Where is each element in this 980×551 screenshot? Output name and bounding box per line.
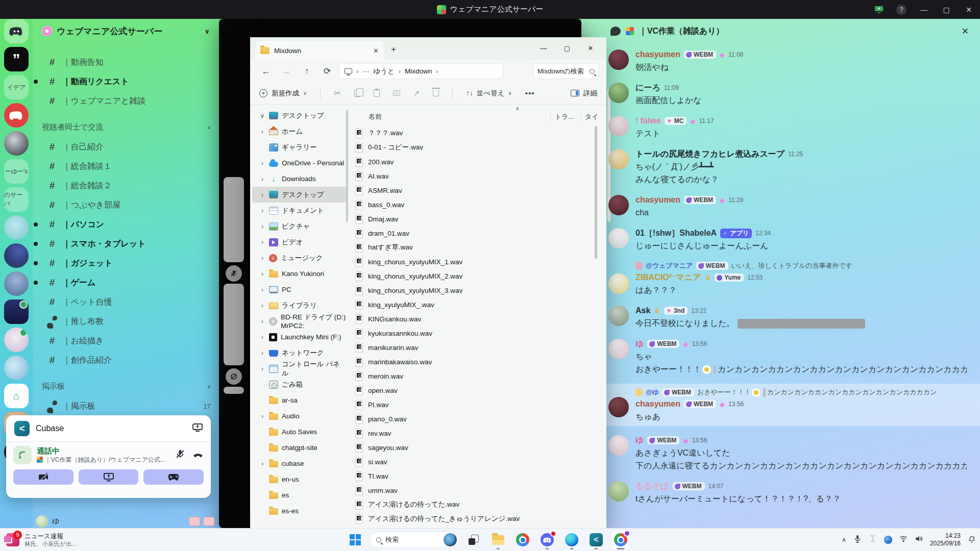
channel-item[interactable]: # ｜パソコン: [33, 215, 219, 234]
chat-message[interactable]: ゆ WEBM ◆ 13:56 あさぎょうVC違いしてた 下の人永遠に寝てるカンカ…: [608, 434, 967, 472]
server-icon[interactable]: [4, 299, 29, 324]
copy-button[interactable]: [354, 90, 360, 97]
tree-item[interactable]: chatgpt-site: [252, 440, 346, 456]
file-row[interactable]: king_chorus_xyulyuMIX_2.wav: [352, 269, 594, 283]
channel-item[interactable]: # ｜総合雑談１: [33, 157, 219, 176]
avatar[interactable]: [608, 306, 629, 326]
rename-button[interactable]: [393, 90, 400, 96]
tree-item[interactable]: › ビデオ: [252, 234, 346, 250]
close-button[interactable]: ✕: [958, 0, 980, 19]
minimize-button[interactable]: —: [913, 0, 935, 19]
chat-message[interactable]: @ゆ WEBM おきやーー！！！カンカンカンカカンカンカカンカンカンカンカカカカ…: [581, 384, 980, 426]
up-button[interactable]: ↑: [298, 66, 315, 77]
scrollbar[interactable]: [224, 177, 244, 262]
tree-item[interactable]: › ネットワーク: [252, 345, 346, 361]
chat-message[interactable]: @ウェブマニア WEBM いいえ、珍しくトラブルの当事者外です ZIBACIO²…: [608, 260, 967, 296]
chat-message[interactable]: chasyumen WEBM ◆ 11:08 朝活やね: [608, 48, 967, 73]
server-icon[interactable]: [4, 328, 29, 352]
mic-in-use-icon[interactable]: [853, 535, 862, 545]
expand-chevron-icon[interactable]: ›: [259, 413, 265, 420]
scrollbar[interactable]: [224, 387, 244, 394]
file-row[interactable]: king_xyulyuMIX_.wav: [352, 297, 594, 312]
file-row[interactable]: sageyou.wav: [352, 440, 594, 455]
message-author[interactable]: トールの尻尾焼きフカヒレ煮込みスープ: [635, 149, 785, 160]
channel-item[interactable]: # ｜総合雑談２: [33, 176, 219, 195]
tree-item[interactable]: › Launchkey Mini (F:): [252, 329, 346, 345]
avatar[interactable]: [608, 397, 629, 417]
column-track[interactable]: トラ...: [555, 112, 576, 121]
delete-button[interactable]: [433, 90, 439, 96]
breadcrumb-folder[interactable]: Mixdown: [405, 67, 432, 75]
clock[interactable]: 14:232025/09/16: [930, 532, 961, 547]
mute-button[interactable]: [226, 265, 242, 282]
avatar[interactable]: [608, 435, 629, 456]
server-icon[interactable]: [4, 215, 29, 240]
expand-chevron-icon[interactable]: ›: [259, 318, 265, 325]
screenshare-indicator-icon[interactable]: [868, 0, 890, 19]
forward-button[interactable]: →: [278, 66, 295, 77]
chat-message[interactable]: Ask ♛ 3nd 13:22 今日不登校になりました。: [608, 305, 967, 330]
file-row[interactable]: kyukurasannkou.wav: [352, 326, 594, 340]
channel-item[interactable]: # ｜つぶやき部屋: [33, 195, 219, 215]
channel-item[interactable]: # ｜自己紹介: [33, 137, 219, 157]
channel-item[interactable]: # ｜ガジェット: [33, 254, 219, 273]
edge-button[interactable]: [561, 530, 582, 550]
tree-item[interactable]: › ドキュメント: [252, 203, 346, 218]
search-input[interactable]: Mixdownの検索: [533, 63, 599, 79]
stream-to-channel-icon[interactable]: [192, 423, 203, 434]
sort-button[interactable]: ↑↓並べ替え∨: [466, 89, 511, 98]
start-button[interactable]: [345, 530, 365, 550]
file-row[interactable]: 200.wav: [352, 155, 594, 169]
tree-item[interactable]: ∨ デスクトップ: [252, 108, 346, 123]
expand-chevron-icon[interactable]: ›: [259, 334, 265, 341]
do-not-disturb-bell-icon[interactable]: z: [968, 535, 976, 545]
file-row[interactable]: dram_01.wav: [352, 226, 594, 240]
channel-item[interactable]: # ｜ゲーム: [33, 273, 219, 292]
file-row[interactable]: manikurarin.wav: [352, 340, 594, 355]
expand-chevron-icon[interactable]: ›: [259, 239, 265, 246]
file-row[interactable]: AI.wav: [352, 169, 594, 183]
expand-chevron-icon[interactable]: ›: [259, 128, 265, 135]
expand-chevron-icon[interactable]: ›: [259, 160, 265, 167]
file-explorer-button[interactable]: [488, 530, 508, 550]
breadcrumb-more[interactable]: ···: [362, 67, 370, 75]
tab-close-icon[interactable]: ✕: [373, 47, 379, 55]
column-title[interactable]: タイ: [585, 112, 599, 121]
chat-message[interactable]: chasyumen WEBM ◆ 11:28 cha: [608, 194, 967, 219]
channel-item[interactable]: # ｜動画リクエスト: [33, 72, 219, 91]
assistant-icon[interactable]: [884, 536, 892, 544]
help-button[interactable]: ?: [890, 0, 913, 19]
avatar[interactable]: [608, 481, 629, 502]
wifi-icon[interactable]: [899, 535, 908, 545]
file-row[interactable]: open.wav: [352, 383, 594, 397]
chat-message[interactable]: ! falwe MC ◆ 11:17 テスト: [608, 115, 967, 140]
game-activity-button[interactable]: [143, 469, 204, 485]
channel-item[interactable]: # ｜動画告知: [33, 53, 219, 72]
tree-item[interactable]: › Kano Yukinori: [252, 266, 346, 282]
tray-overflow-chevron[interactable]: ∧: [842, 536, 846, 543]
expand-chevron-icon[interactable]: ›: [259, 460, 265, 467]
file-row[interactable]: marinbakawaiso.wav: [352, 355, 594, 369]
reply-context[interactable]: @ウェブマニア WEBM いいえ、珍しくトラブルの当事者外です: [635, 260, 967, 271]
avatar[interactable]: [608, 149, 629, 169]
server-icon[interactable]: [4, 19, 29, 43]
file-row[interactable]: Dmaj.wav: [352, 212, 594, 226]
expand-chevron-icon[interactable]: ›: [259, 207, 265, 214]
file-row[interactable]: bass_0.wav: [352, 197, 594, 212]
camera-off-button[interactable]: [13, 469, 74, 485]
minimize-button[interactable]: —: [532, 37, 555, 59]
chat-message[interactable]: ゆ WEBM ◆ 13:56 ちゃ おきやーー！！！カンカンカンカカンカンカカン…: [608, 338, 967, 375]
tree-item[interactable]: › デスクトップ: [252, 187, 346, 203]
tree-item[interactable]: › ライブラリ: [252, 297, 346, 313]
file-row[interactable]: si.wav: [352, 455, 594, 469]
server-icon[interactable]: ”: [4, 47, 29, 71]
explorer-tab[interactable]: Mixdown ✕: [255, 41, 384, 60]
server-icon[interactable]: のサーバ: [4, 187, 29, 212]
tree-item[interactable]: ごみ箱: [252, 377, 346, 392]
volume-icon[interactable]: [915, 535, 923, 545]
screenshare-button[interactable]: [79, 469, 139, 485]
file-row[interactable]: 0-01 - コピー.wav: [352, 140, 594, 155]
tree-item[interactable]: es: [252, 487, 346, 503]
scrollbar[interactable]: [224, 284, 244, 365]
file-row[interactable]: TI.wav: [352, 469, 594, 483]
